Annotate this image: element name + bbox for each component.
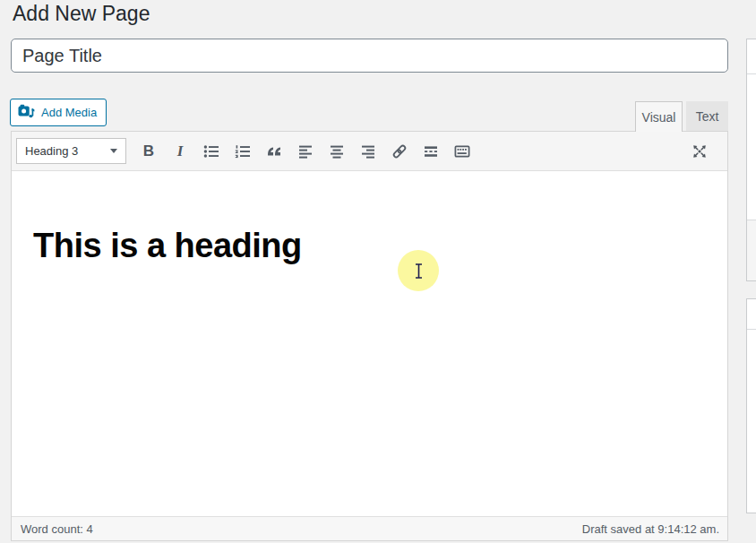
- bulleted-list-icon: [202, 142, 220, 160]
- align-left-icon: [296, 142, 314, 160]
- more-tag-icon: [422, 142, 440, 160]
- format-dropdown[interactable]: Heading 3: [16, 138, 126, 164]
- editor-status-bar: Word count: 4 Draft saved at 9:14:12 am.: [12, 516, 727, 540]
- link-icon: [391, 142, 408, 160]
- add-media-icon: [18, 104, 35, 122]
- text-cursor-icon: [414, 263, 424, 280]
- sidebar-panel-header: [747, 299, 756, 330]
- tab-visual[interactable]: Visual: [635, 101, 683, 132]
- page-title-input[interactable]: [11, 39, 728, 73]
- editor-content-area[interactable]: This is a heading: [12, 171, 727, 516]
- bulleted-list-button[interactable]: [199, 139, 224, 164]
- autosave-status: Draft saved at 9:14:12 am.: [582, 522, 719, 536]
- align-center-button[interactable]: [324, 139, 349, 164]
- numbered-list-button[interactable]: [230, 139, 255, 164]
- italic-button[interactable]: I: [168, 139, 193, 164]
- blockquote-icon: [265, 142, 283, 160]
- insert-more-tag-button[interactable]: [418, 139, 443, 164]
- bold-button[interactable]: B: [136, 139, 161, 164]
- page-title: Add New Page: [13, 0, 150, 28]
- fullscreen-icon: [691, 142, 709, 160]
- sidebar-panel-publish: [746, 39, 756, 281]
- blockquote-button[interactable]: [262, 139, 287, 164]
- editor-toolbar: Heading 3 B I: [12, 132, 727, 171]
- align-right-icon: [359, 142, 377, 160]
- insert-link-button[interactable]: [387, 139, 412, 164]
- word-count: Word count: 4: [21, 522, 93, 536]
- align-center-icon: [328, 142, 346, 160]
- numbered-list-icon: [234, 142, 252, 160]
- tab-text-label: Text: [696, 109, 719, 124]
- add-media-label: Add Media: [41, 106, 97, 119]
- align-left-button[interactable]: [293, 139, 318, 164]
- add-media-button[interactable]: Add Media: [10, 99, 107, 126]
- tab-text[interactable]: Text: [686, 101, 728, 131]
- align-right-button[interactable]: [356, 139, 381, 164]
- toolbar-toggle-button[interactable]: [450, 139, 475, 164]
- mouse-cursor-highlight: [398, 250, 439, 291]
- keyboard-icon: [453, 142, 471, 160]
- content-heading[interactable]: This is a heading: [33, 225, 302, 266]
- fullscreen-button[interactable]: [687, 139, 712, 164]
- sidebar-panel-footer: [747, 220, 756, 280]
- italic-icon: I: [177, 142, 184, 160]
- sidebar-panel-header: [747, 39, 756, 74]
- editor-container: Heading 3 B I: [11, 131, 728, 541]
- chevron-down-icon: [110, 149, 117, 153]
- format-dropdown-value: Heading 3: [25, 144, 78, 158]
- sidebar-panel-attributes: [746, 298, 756, 513]
- bold-icon: B: [143, 142, 154, 160]
- tab-visual-label: Visual: [642, 110, 676, 125]
